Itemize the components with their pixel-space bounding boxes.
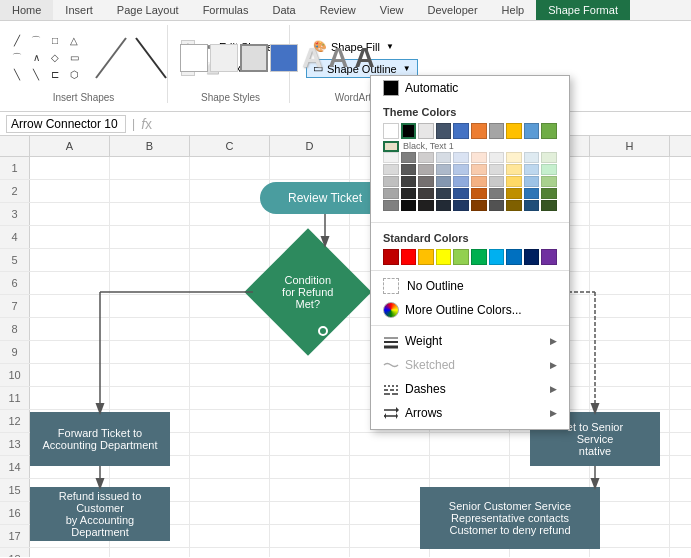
style-1[interactable] [180, 44, 208, 72]
theme-shade-4-6[interactable] [489, 188, 505, 199]
cell-11-2[interactable] [190, 387, 270, 409]
theme-shade-1-0[interactable] [383, 152, 399, 163]
shape-item-1[interactable]: ╱ [8, 33, 26, 49]
theme-shade-5-1[interactable] [401, 200, 417, 211]
cell-14-3[interactable] [270, 456, 350, 478]
standard-color-6[interactable] [489, 249, 505, 265]
cell-7-7[interactable] [590, 295, 670, 317]
col-a[interactable]: A [30, 136, 110, 156]
cell-3-8[interactable] [670, 203, 691, 225]
theme-shade-5-3[interactable] [436, 200, 452, 211]
cell-5-0[interactable] [30, 249, 110, 271]
cell-13-3[interactable] [270, 433, 350, 455]
cell-6-0[interactable] [30, 272, 110, 294]
cell-4-8[interactable] [670, 226, 691, 248]
cell-17-4[interactable] [350, 525, 430, 547]
cell-3-0[interactable] [30, 203, 110, 225]
cell-12-3[interactable] [270, 410, 350, 432]
automatic-option[interactable]: Automatic [371, 76, 569, 100]
shape-item-6[interactable]: ∧ [27, 50, 45, 66]
standard-color-8[interactable] [524, 249, 540, 265]
cell-14-4[interactable] [350, 456, 430, 478]
cell-11-8[interactable] [670, 387, 691, 409]
theme-shade-4-4[interactable] [453, 188, 469, 199]
shape-senior-contacts[interactable]: Senior Customer ServiceRepresentative co… [420, 487, 600, 549]
theme-shade-3-9[interactable] [541, 176, 557, 187]
theme-shade-2-4[interactable] [453, 164, 469, 175]
standard-color-2[interactable] [418, 249, 434, 265]
cell-13-2[interactable] [190, 433, 270, 455]
shape-item-8[interactable]: ▭ [65, 50, 83, 66]
cell-2-1[interactable] [110, 180, 190, 202]
cell-6-1[interactable] [110, 272, 190, 294]
cell-1-3[interactable] [270, 157, 350, 179]
cell-1-7[interactable] [590, 157, 670, 179]
cell-15-8[interactable] [670, 479, 691, 501]
cell-13-8[interactable] [670, 433, 691, 455]
theme-shade-3-8[interactable] [524, 176, 540, 187]
standard-color-7[interactable] [506, 249, 522, 265]
cell-3-1[interactable] [110, 203, 190, 225]
theme-shade-1-1[interactable] [401, 152, 417, 163]
shape-item-4[interactable]: △ [65, 33, 83, 49]
theme-shade-3-7[interactable] [506, 176, 522, 187]
cell-9-1[interactable] [110, 341, 190, 363]
cell-15-4[interactable] [350, 479, 430, 501]
cell-1-1[interactable] [110, 157, 190, 179]
standard-color-0[interactable] [383, 249, 399, 265]
cell-16-8[interactable] [670, 502, 691, 524]
theme-shade-5-5[interactable] [471, 200, 487, 211]
shape-refund-issued[interactable]: Refund issued to Customerby Accounting D… [30, 487, 170, 541]
tab-view[interactable]: View [368, 0, 416, 20]
tab-developer[interactable]: Developer [415, 0, 489, 20]
cell-14-2[interactable] [190, 456, 270, 478]
cell-9-0[interactable] [30, 341, 110, 363]
cell-18-4[interactable] [350, 548, 430, 557]
cell-15-7[interactable] [590, 479, 670, 501]
tab-home[interactable]: Home [0, 0, 53, 20]
theme-shade-3-1[interactable] [401, 176, 417, 187]
theme-shade-1-2[interactable] [418, 152, 434, 163]
arrows-option[interactable]: Arrows [371, 401, 569, 425]
theme-shade-5-6[interactable] [489, 200, 505, 211]
cell-14-5[interactable] [430, 456, 510, 478]
theme-shade-2-2[interactable] [418, 164, 434, 175]
theme-shade-5-0[interactable] [383, 200, 399, 211]
cell-2-2[interactable] [190, 180, 270, 202]
standard-color-9[interactable] [541, 249, 557, 265]
selected-theme-swatch[interactable] [383, 141, 399, 152]
dashes-option[interactable]: Dashes [371, 377, 569, 401]
theme-shade-1-9[interactable] [541, 152, 557, 163]
cell-10-1[interactable] [110, 364, 190, 386]
style-2[interactable] [210, 44, 238, 72]
theme-top-4[interactable] [453, 123, 469, 139]
cell-17-8[interactable] [670, 525, 691, 547]
theme-shade-2-7[interactable] [506, 164, 522, 175]
theme-shade-2-9[interactable] [541, 164, 557, 175]
shape-item-12[interactable]: ⬡ [65, 67, 83, 83]
cell-4-0[interactable] [30, 226, 110, 248]
cell-9-7[interactable] [590, 341, 670, 363]
tab-formulas[interactable]: Formulas [191, 0, 261, 20]
cell-6-7[interactable] [590, 272, 670, 294]
cell-8-7[interactable] [590, 318, 670, 340]
cell-18-0[interactable] [30, 548, 110, 557]
cell-10-7[interactable] [590, 364, 670, 386]
theme-shade-5-8[interactable] [524, 200, 540, 211]
cell-7-0[interactable] [30, 295, 110, 317]
theme-shade-1-3[interactable] [436, 152, 452, 163]
col-i[interactable]: I [670, 136, 691, 156]
cell-18-3[interactable] [270, 548, 350, 557]
cell-17-2[interactable] [190, 525, 270, 547]
cell-10-0[interactable] [30, 364, 110, 386]
col-h[interactable]: H [590, 136, 670, 156]
cell-8-8[interactable] [670, 318, 691, 340]
cell-16-4[interactable] [350, 502, 430, 524]
theme-top-8[interactable] [524, 123, 540, 139]
cell-1-0[interactable] [30, 157, 110, 179]
theme-shade-5-2[interactable] [418, 200, 434, 211]
theme-shade-4-9[interactable] [541, 188, 557, 199]
cell-6-8[interactable] [670, 272, 691, 294]
cell-18-8[interactable] [670, 548, 691, 557]
theme-shade-4-3[interactable] [436, 188, 452, 199]
